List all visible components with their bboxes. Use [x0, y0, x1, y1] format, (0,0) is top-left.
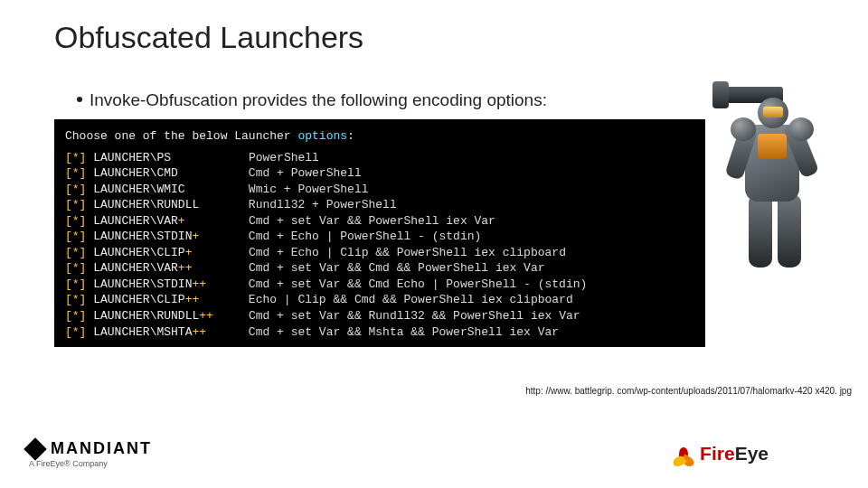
terminal-header: Choose one of the below Launcher options…	[65, 128, 694, 145]
terminal-row: [*] LAUNCHER\CMD Cmd + PowerShell	[65, 165, 694, 182]
image-credit-url: http: //www. battlegrip. com/wp-content/…	[525, 386, 852, 396]
mandiant-logo: MANDIANT A FireEye® Company	[27, 439, 190, 468]
slide-title: Obfuscated Launchers	[54, 20, 363, 55]
mandiant-diamond-icon	[24, 437, 46, 460]
mandiant-subtitle: A FireEye® Company	[29, 459, 190, 468]
terminal-header-post: :	[347, 129, 354, 143]
terminal-row: [*] LAUNCHER\RUNDLL Rundll32 + PowerShel…	[65, 197, 694, 213]
robot-visor-icon	[763, 107, 783, 117]
bullet-line: Invoke-Obfuscation provides the followin…	[77, 90, 547, 110]
robot-leg-icon	[749, 195, 772, 267]
fireeye-logo: FireEye	[673, 443, 769, 465]
bullet-text: Invoke-Obfuscation provides the followin…	[90, 90, 547, 109]
terminal-rows: [*] LAUNCHER\PS PowerShell[*] LAUNCHER\C…	[65, 150, 694, 341]
terminal-row: [*] LAUNCHER\PS PowerShell	[65, 150, 694, 166]
terminal-row: [*] LAUNCHER\VAR++ Cmd + set Var && Cmd …	[65, 260, 694, 277]
bullet-dot-icon	[77, 97, 82, 102]
fireeye-eye: Eye	[735, 443, 769, 464]
terminal-row: [*] LAUNCHER\VAR+ Cmd + set Var && Power…	[65, 213, 694, 230]
fireeye-swirl-icon	[673, 443, 694, 465]
terminal-block: Choose one of the below Launcher options…	[54, 119, 705, 347]
robot-shoulder-icon	[731, 117, 756, 141]
robot-gunbarrel-icon	[712, 81, 729, 108]
terminal-row: [*] LAUNCHER\MSHTA++ Cmd + set Var && Ms…	[65, 324, 694, 341]
fireeye-fire: Fire	[700, 443, 735, 464]
terminal-row: [*] LAUNCHER\RUNDLL++ Cmd + set Var && R…	[65, 308, 694, 324]
robot-chest-icon	[758, 134, 787, 159]
robot-shoulder-icon	[788, 117, 814, 141]
terminal-row: [*] LAUNCHER\WMIC Wmic + PowerShell	[65, 182, 694, 198]
fireeye-text: FireEye	[700, 443, 769, 465]
terminal-row: [*] LAUNCHER\CLIP+ Cmd + Echo | Clip && …	[65, 245, 694, 261]
terminal-row: [*] LAUNCHER\STDIN++ Cmd + set Var && Cm…	[65, 277, 694, 293]
terminal-row: [*] LAUNCHER\CLIP++ Echo | Clip && Cmd &…	[65, 292, 694, 308]
terminal-header-pre: Choose one of the below Launcher	[65, 129, 297, 143]
robot-image	[712, 61, 848, 274]
terminal-header-keyword: options	[297, 129, 347, 143]
mandiant-name: MANDIANT	[51, 439, 152, 458]
terminal-row: [*] LAUNCHER\STDIN+ Cmd + Echo | PowerSh…	[65, 229, 694, 245]
robot-leg-icon	[778, 195, 801, 267]
